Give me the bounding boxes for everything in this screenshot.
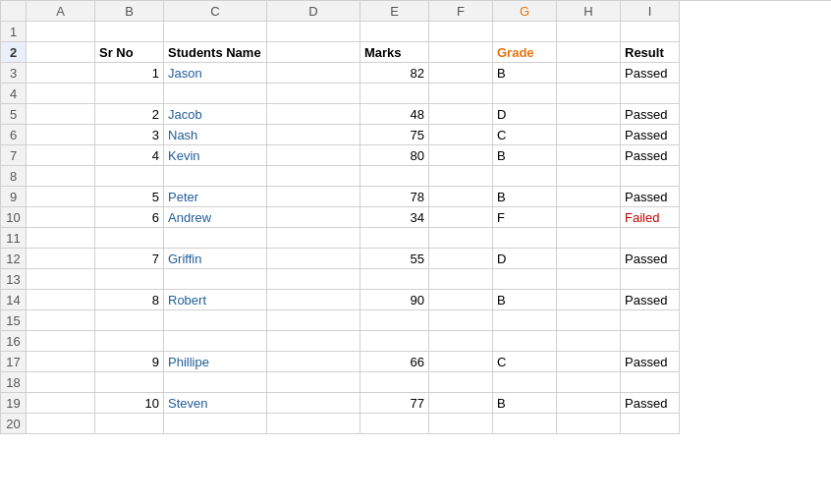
cell-a14[interactable]: [27, 290, 95, 310]
cell-g15[interactable]: [493, 310, 557, 331]
cell-e5[interactable]: 48: [360, 104, 429, 125]
cell-g2[interactable]: Grade: [493, 42, 557, 63]
cell-b2[interactable]: Sr No: [95, 42, 164, 63]
cell-d15[interactable]: [267, 310, 360, 331]
cell-h16[interactable]: [557, 331, 621, 352]
cell-e10[interactable]: 34: [360, 207, 429, 228]
cell-i1[interactable]: [621, 22, 680, 42]
cell-f18[interactable]: [429, 372, 493, 393]
cell-f16[interactable]: [429, 331, 493, 352]
cell-c7[interactable]: Kevin: [164, 145, 267, 166]
cell-a11[interactable]: [27, 228, 95, 249]
cell-d14[interactable]: [267, 290, 360, 310]
cell-f8[interactable]: [429, 166, 493, 187]
cell-d10[interactable]: [267, 207, 360, 228]
cell-e19[interactable]: 77: [360, 393, 429, 414]
cell-b6[interactable]: 3: [95, 125, 164, 145]
cell-i11[interactable]: [621, 228, 680, 249]
cell-b10[interactable]: 6: [95, 207, 164, 228]
cell-b19[interactable]: 10: [95, 393, 164, 414]
cell-b9[interactable]: 5: [95, 187, 164, 207]
cell-e3[interactable]: 82: [360, 63, 429, 84]
cell-d5[interactable]: [267, 104, 360, 125]
cell-c2[interactable]: Students Name: [164, 42, 267, 63]
cell-b8[interactable]: [95, 166, 164, 187]
col-header-h[interactable]: H: [557, 1, 621, 22]
cell-i9[interactable]: Passed: [621, 187, 680, 207]
cell-f17[interactable]: [429, 352, 493, 372]
cell-f6[interactable]: [429, 125, 493, 145]
cell-c9[interactable]: Peter: [164, 187, 267, 207]
cell-h19[interactable]: [557, 393, 621, 414]
cell-h1[interactable]: [557, 22, 621, 42]
cell-a3[interactable]: [27, 63, 95, 84]
cell-h14[interactable]: [557, 290, 621, 310]
cell-h10[interactable]: [557, 207, 621, 228]
cell-h12[interactable]: [557, 249, 621, 269]
cell-g7[interactable]: B: [493, 145, 557, 166]
cell-a7[interactable]: [27, 145, 95, 166]
cell-e13[interactable]: [360, 269, 429, 290]
cell-g5[interactable]: D: [493, 104, 557, 125]
cell-i15[interactable]: [621, 310, 680, 331]
cell-g1[interactable]: [493, 22, 557, 42]
cell-b12[interactable]: 7: [95, 249, 164, 269]
cell-a4[interactable]: [27, 84, 95, 104]
cell-f11[interactable]: [429, 228, 493, 249]
cell-c14[interactable]: Robert: [164, 290, 267, 310]
cell-g8[interactable]: [493, 166, 557, 187]
cell-d3[interactable]: [267, 63, 360, 84]
cell-g4[interactable]: [493, 84, 557, 104]
cell-h11[interactable]: [557, 228, 621, 249]
cell-f3[interactable]: [429, 63, 493, 84]
cell-e6[interactable]: 75: [360, 125, 429, 145]
cell-c10[interactable]: Andrew: [164, 207, 267, 228]
cell-h5[interactable]: [557, 104, 621, 125]
cell-i16[interactable]: [621, 331, 680, 352]
col-header-c[interactable]: C: [164, 1, 267, 22]
cell-f1[interactable]: [429, 22, 493, 42]
cell-e1[interactable]: [360, 22, 429, 42]
cell-d11[interactable]: [267, 228, 360, 249]
cell-b4[interactable]: [95, 84, 164, 104]
cell-a1[interactable]: [27, 22, 95, 42]
cell-h7[interactable]: [557, 145, 621, 166]
cell-h9[interactable]: [557, 187, 621, 207]
cell-c5[interactable]: Jacob: [164, 104, 267, 125]
cell-h3[interactable]: [557, 63, 621, 84]
cell-g10[interactable]: F: [493, 207, 557, 228]
cell-b20[interactable]: [95, 414, 164, 434]
cell-a10[interactable]: [27, 207, 95, 228]
cell-a5[interactable]: [27, 104, 95, 125]
cell-f5[interactable]: [429, 104, 493, 125]
cell-c8[interactable]: [164, 166, 267, 187]
cell-i7[interactable]: Passed: [621, 145, 680, 166]
cell-i13[interactable]: [621, 269, 680, 290]
cell-h13[interactable]: [557, 269, 621, 290]
cell-a18[interactable]: [27, 372, 95, 393]
cell-f4[interactable]: [429, 84, 493, 104]
cell-d1[interactable]: [267, 22, 360, 42]
cell-g11[interactable]: [493, 228, 557, 249]
cell-g9[interactable]: B: [493, 187, 557, 207]
cell-d16[interactable]: [267, 331, 360, 352]
cell-a20[interactable]: [27, 414, 95, 434]
cell-i3[interactable]: Passed: [621, 63, 680, 84]
cell-h15[interactable]: [557, 310, 621, 331]
cell-b16[interactable]: [95, 331, 164, 352]
cell-g20[interactable]: [493, 414, 557, 434]
cell-g18[interactable]: [493, 372, 557, 393]
cell-b7[interactable]: 4: [95, 145, 164, 166]
cell-b11[interactable]: [95, 228, 164, 249]
cell-b14[interactable]: 8: [95, 290, 164, 310]
cell-i5[interactable]: Passed: [621, 104, 680, 125]
cell-b3[interactable]: 1: [95, 63, 164, 84]
cell-h2[interactable]: [557, 42, 621, 63]
cell-d13[interactable]: [267, 269, 360, 290]
cell-g13[interactable]: [493, 269, 557, 290]
cell-f15[interactable]: [429, 310, 493, 331]
cell-c18[interactable]: [164, 372, 267, 393]
cell-i10[interactable]: Failed: [621, 207, 680, 228]
cell-h18[interactable]: [557, 372, 621, 393]
cell-i12[interactable]: Passed: [621, 249, 680, 269]
